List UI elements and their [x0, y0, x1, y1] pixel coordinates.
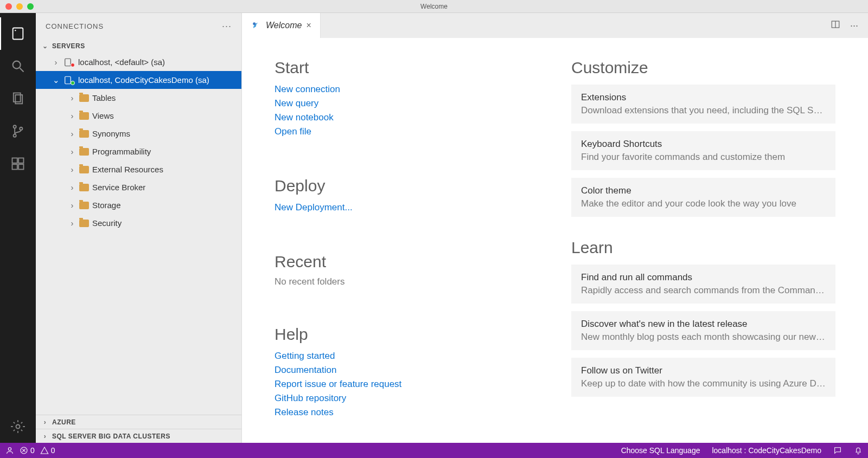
activity-settings[interactable] — [0, 410, 36, 443]
db-folder-node[interactable]: ›Synonyms — [36, 125, 241, 143]
help-heading: Help — [275, 325, 539, 344]
status-feedback[interactable] — [833, 446, 842, 455]
activity-search[interactable] — [0, 50, 36, 82]
svg-rect-5 — [15, 95, 22, 104]
card-desc: Keep up to date with how the community i… — [581, 378, 826, 389]
new-connection-link[interactable]: New connection — [275, 82, 539, 96]
status-label: Choose SQL Language — [621, 446, 700, 455]
window-title: Welcome — [420, 3, 448, 10]
svg-rect-12 — [18, 158, 23, 163]
warning-icon — [40, 446, 49, 455]
new-query-link[interactable]: New query — [275, 96, 539, 111]
status-profile[interactable] — [5, 446, 14, 455]
tab-welcome[interactable]: Welcome × — [242, 13, 321, 38]
status-choose-language[interactable]: Choose SQL Language — [621, 446, 700, 455]
status-warnings[interactable]: 0 — [40, 446, 55, 455]
window-maximize-button[interactable] — [27, 3, 34, 10]
folder-icon — [79, 130, 89, 138]
svg-point-2 — [13, 61, 21, 69]
card-title: Extensions — [581, 92, 826, 103]
new-deployment-link[interactable]: New Deployment... — [275, 201, 539, 215]
window-minimize-button[interactable] — [16, 3, 23, 10]
card-desc: Make the editor and your code look the w… — [581, 198, 826, 209]
panel-more-button[interactable]: ··· — [222, 21, 232, 32]
learn-card-commands[interactable]: Find and run all commands Rapidly access… — [571, 265, 835, 304]
folder-icon — [79, 202, 89, 209]
bell-icon — [854, 446, 863, 455]
documentation-link[interactable]: Documentation — [275, 363, 539, 377]
customize-card-theme[interactable]: Color theme Make the editor and your cod… — [571, 178, 835, 217]
db-folder-node[interactable]: ›Service Broker — [36, 178, 241, 196]
section-servers[interactable]: ⌄ SERVERS — [36, 39, 241, 53]
recent-empty: No recent folders — [275, 276, 539, 287]
split-editor-button[interactable] — [831, 20, 840, 32]
getting-started-link[interactable]: Getting started — [275, 349, 539, 363]
db-folder-node[interactable]: ›Views — [36, 107, 241, 125]
editor-more-button[interactable]: ··· — [850, 20, 858, 31]
split-editor-icon — [831, 20, 840, 29]
new-notebook-link[interactable]: New notebook — [275, 111, 539, 125]
chevron-down-icon: ⌄ — [52, 75, 60, 85]
activity-extensions[interactable] — [0, 147, 36, 180]
chevron-right-icon: › — [68, 93, 76, 102]
section-label: AZURE — [52, 418, 76, 426]
section-azure[interactable]: › AZURE — [36, 415, 241, 429]
chevron-right-icon: › — [52, 57, 60, 67]
svg-rect-15 — [65, 76, 71, 84]
section-bigdata[interactable]: › SQL SERVER BIG DATA CLUSTERS — [36, 429, 241, 443]
start-heading: Start — [275, 59, 539, 77]
files-icon — [10, 91, 25, 106]
chevron-right-icon: › — [41, 418, 49, 426]
activity-connections[interactable] — [0, 17, 36, 50]
db-folder-node[interactable]: ›Programmability — [36, 143, 241, 160]
node-label: External Resources — [92, 165, 163, 174]
folder-icon — [79, 112, 89, 120]
tab-title: Welcome — [266, 21, 302, 30]
status-connection[interactable]: localhost : CodeCityCakesDemo — [712, 446, 821, 455]
activity-source-control[interactable] — [0, 115, 36, 147]
server-node[interactable]: › localhost, <default> (sa) — [36, 53, 241, 71]
window-close-button[interactable] — [5, 3, 12, 10]
chevron-right-icon: › — [68, 183, 76, 192]
db-folder-node[interactable]: ›Security — [36, 214, 241, 232]
person-icon — [5, 446, 14, 455]
warning-count: 0 — [51, 446, 55, 455]
azure-data-studio-icon — [251, 20, 261, 31]
github-link[interactable]: GitHub repository — [275, 391, 539, 405]
card-title: Find and run all commands — [581, 272, 826, 283]
folder-icon — [79, 166, 89, 173]
chevron-right-icon: › — [68, 165, 76, 174]
activity-notebooks[interactable] — [0, 82, 36, 115]
svg-point-13 — [16, 425, 20, 429]
learn-card-whatsnew[interactable]: Discover what's new in the latest releas… — [571, 311, 835, 350]
tabs-row: Welcome × ··· — [242, 13, 868, 38]
server-node[interactable]: ⌄ localhost, CodeCityCakesDemo (sa) — [36, 71, 241, 89]
panel-title: CONNECTIONS — [46, 22, 104, 30]
release-notes-link[interactable]: Release notes — [275, 405, 539, 420]
customize-card-extensions[interactable]: Extensions Download extensions that you … — [571, 85, 835, 124]
folder-icon — [79, 220, 89, 227]
db-folder-node[interactable]: ›Tables — [36, 89, 241, 107]
chevron-down-icon: ⌄ — [41, 42, 49, 50]
node-label: Tables — [92, 93, 116, 102]
tab-close-button[interactable]: × — [306, 21, 311, 30]
db-folder-node[interactable]: ›External Resources — [36, 160, 241, 178]
node-label: Synonyms — [92, 129, 130, 138]
open-file-link[interactable]: Open file — [275, 125, 539, 139]
learn-card-twitter[interactable]: Follow us on Twitter Keep up to date wit… — [571, 358, 835, 397]
search-icon — [10, 59, 25, 74]
card-desc: Find your favorite commands and customiz… — [581, 152, 826, 163]
card-desc: New monthly blog posts each month showca… — [581, 332, 826, 343]
node-label: Programmability — [92, 147, 151, 156]
db-folder-node[interactable]: ›Storage — [36, 196, 241, 214]
status-errors[interactable]: 0 — [20, 446, 35, 455]
card-title: Keyboard Shortcuts — [581, 139, 826, 150]
card-title: Discover what's new in the latest releas… — [581, 319, 826, 330]
customize-card-shortcuts[interactable]: Keyboard Shortcuts Find your favorite co… — [571, 131, 835, 170]
status-notifications[interactable] — [854, 446, 863, 455]
card-title: Follow us on Twitter — [581, 365, 826, 376]
report-issue-link[interactable]: Report issue or feature request — [275, 377, 539, 391]
server-icon — [10, 26, 25, 41]
chevron-right-icon: › — [68, 201, 76, 210]
folder-icon — [79, 148, 89, 156]
